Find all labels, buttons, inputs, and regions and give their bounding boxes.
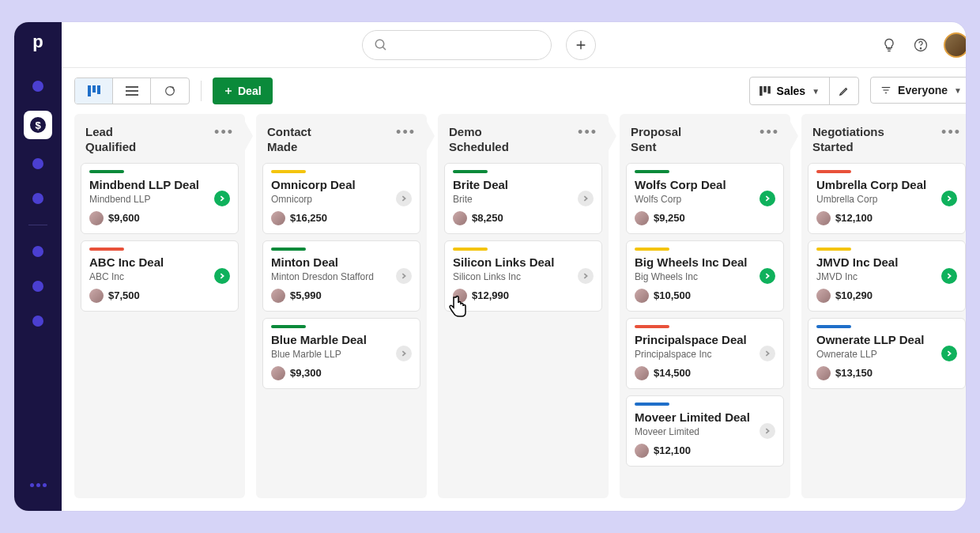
deal-card[interactable]: Ownerate LLP DealOwnerate LLP$13,150 <box>808 318 966 389</box>
column-menu-button[interactable]: ••• <box>214 125 234 139</box>
card-footer: $14,500 <box>635 366 775 380</box>
owner-avatar <box>816 289 831 303</box>
column-menu-button[interactable]: ••• <box>760 125 779 139</box>
pipeline-label: Sales <box>777 85 806 97</box>
edit-pipeline-button[interactable] <box>830 77 858 104</box>
card-stripe <box>635 248 669 251</box>
logo-icon: p <box>32 32 43 52</box>
deal-card[interactable]: Mindbend LLP DealMindbend LLP$9,600 <box>81 163 239 234</box>
nav-item-7[interactable] <box>32 316 43 327</box>
kanban-view-button[interactable] <box>75 78 113 104</box>
column-cards: Umbrella Corp DealUmbrella Corp$12,100JM… <box>801 163 966 395</box>
card-stripe <box>453 248 488 251</box>
pencil-icon <box>839 85 850 96</box>
owner-avatar <box>635 444 649 458</box>
card-go-icon[interactable] <box>760 268 775 284</box>
column-cards: Brite DealBrite$8,250Silicon Links DealS… <box>438 163 609 318</box>
deal-card[interactable]: Omnicorp DealOmnicorp$16,250 <box>262 163 420 234</box>
column-menu-button[interactable]: ••• <box>578 125 597 139</box>
card-amount: $9,600 <box>108 212 140 224</box>
nav-item-4[interactable] <box>32 193 43 204</box>
target-icon <box>164 85 176 97</box>
card-go-icon[interactable] <box>941 268 957 284</box>
svg-point-5 <box>920 47 921 48</box>
card-stripe <box>816 248 851 251</box>
card-org: Umbrella Corp <box>816 194 935 205</box>
svg-rect-10 <box>126 90 138 92</box>
deal-card[interactable]: Brite DealBrite$8,250 <box>444 163 602 234</box>
user-avatar[interactable] <box>944 32 966 58</box>
new-deal-label: Deal <box>238 85 262 97</box>
column-header: ProposalSent••• <box>620 114 790 163</box>
card-next-icon[interactable] <box>760 423 775 439</box>
card-title: Minton Deal <box>271 255 412 270</box>
nav-item-1[interactable] <box>32 81 43 92</box>
card-go-icon[interactable] <box>941 191 957 206</box>
column-header: ContactMade••• <box>256 114 427 163</box>
svg-rect-7 <box>92 85 96 93</box>
svg-rect-17 <box>767 86 770 93</box>
pipeline-selector[interactable]: Sales ▼ <box>749 77 860 105</box>
deal-card[interactable]: Blue Marble DealBlue Marble LLP$9,300 <box>262 318 420 389</box>
card-org: Wolfs Corp <box>635 194 753 205</box>
card-next-icon[interactable] <box>396 191 412 206</box>
owner-avatar <box>453 211 467 225</box>
card-next-icon[interactable] <box>760 346 775 361</box>
deal-card[interactable]: ABC Inc DealABC Inc$7,500 <box>81 240 239 312</box>
chevron-down-icon: ▼ <box>954 86 962 95</box>
card-next-icon[interactable] <box>578 191 594 206</box>
deal-card[interactable]: Principalspace DealPrincipalspace Inc$14… <box>626 318 784 389</box>
add-button[interactable] <box>566 30 596 60</box>
svg-rect-8 <box>97 85 100 94</box>
svg-point-0 <box>375 40 384 48</box>
new-deal-button[interactable]: Deal <box>213 77 273 104</box>
card-next-icon[interactable] <box>396 346 412 361</box>
card-go-icon[interactable] <box>214 191 230 206</box>
card-org: Mindbend LLP <box>89 194 208 205</box>
deal-card[interactable]: Moveer Limited DealMoveer Limited$12,100 <box>626 395 784 467</box>
card-next-icon[interactable] <box>578 268 594 284</box>
card-title: Wolfs Corp Deal <box>635 178 775 192</box>
search-input[interactable] <box>362 30 552 60</box>
deal-card[interactable]: Umbrella Corp DealUmbrella Corp$12,100 <box>808 163 966 234</box>
deal-card[interactable]: Wolfs Corp DealWolfs Corp$9,250 <box>626 163 784 234</box>
kanban-column: ContactMade•••Omnicorp DealOmnicorp$16,2… <box>256 114 427 498</box>
card-amount: $5,990 <box>290 289 322 301</box>
toolbar: Deal Sales ▼ Everyone ▼ <box>62 68 966 114</box>
deal-card[interactable]: JMVD Inc DealJMVD Inc$10,290 <box>808 240 966 312</box>
nav-item-deals[interactable]: $ <box>24 111 52 139</box>
card-go-icon[interactable] <box>760 191 775 206</box>
card-org: Minton Dresdon Stafford <box>271 271 390 282</box>
card-amount: $16,250 <box>290 212 327 224</box>
nav-item-5[interactable] <box>32 246 43 257</box>
lightbulb-icon[interactable] <box>880 36 898 54</box>
filter-selector[interactable]: Everyone ▼ <box>870 77 966 104</box>
nav-item-6[interactable] <box>32 281 43 292</box>
owner-avatar <box>816 366 831 380</box>
card-footer: $8,250 <box>453 211 594 225</box>
column-menu-button[interactable]: ••• <box>396 125 416 139</box>
nav-item-3[interactable] <box>32 158 43 169</box>
column-title: DemoScheduled <box>449 125 509 155</box>
card-stripe <box>271 248 306 251</box>
owner-avatar <box>635 289 649 303</box>
deal-card[interactable]: Big Wheels Inc DealBig Wheels Inc$10,500 <box>626 240 784 312</box>
card-next-icon[interactable] <box>396 268 412 284</box>
owner-avatar <box>816 211 831 225</box>
owner-avatar <box>271 289 285 303</box>
card-go-icon[interactable] <box>941 346 957 361</box>
list-view-button[interactable] <box>113 78 151 104</box>
column-menu-button[interactable]: ••• <box>941 125 961 139</box>
card-org: Brite <box>453 194 571 205</box>
help-icon[interactable] <box>912 36 929 54</box>
deal-card[interactable]: Silicon Links DealSilicon Links Inc$12,9… <box>444 240 602 312</box>
card-stripe <box>89 248 124 251</box>
card-title: Big Wheels Inc Deal <box>635 255 775 270</box>
kanban-column: DemoScheduled•••Brite DealBrite$8,250Sil… <box>438 114 609 498</box>
card-go-icon[interactable] <box>214 268 230 284</box>
forecast-view-button[interactable] <box>151 78 189 104</box>
card-org: Moveer Limited <box>635 426 753 437</box>
deal-card[interactable]: Minton DealMinton Dresdon Stafford$5,990 <box>262 240 420 312</box>
nav-more-icon[interactable] <box>30 483 47 487</box>
main-area: Deal Sales ▼ Everyone ▼ <box>62 22 966 511</box>
